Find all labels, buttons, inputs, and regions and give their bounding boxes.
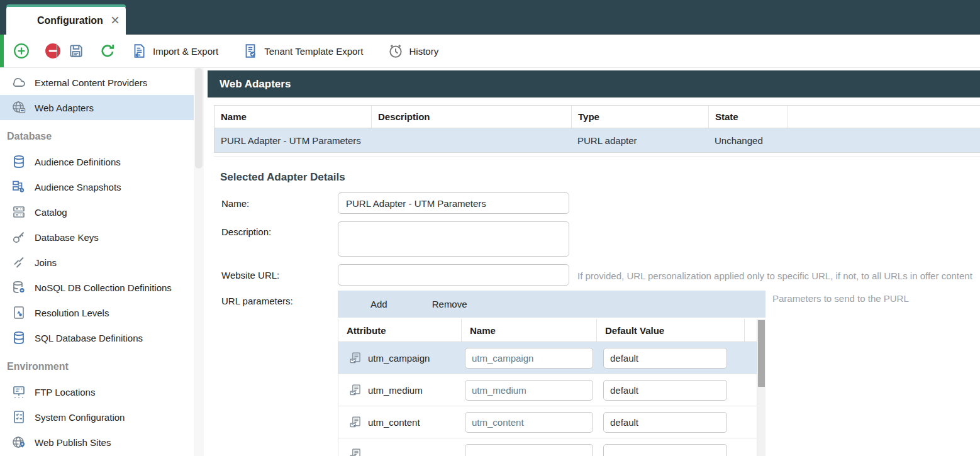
param-column-header-name: Name <box>461 319 596 342</box>
sidebar-item-label: Web Adapters <box>35 103 94 113</box>
audience-definitions-icon <box>11 154 26 169</box>
close-icon[interactable]: × <box>111 14 120 28</box>
param-name-input[interactable] <box>465 380 593 401</box>
resolution-levels-icon <box>11 305 26 320</box>
sidebar-item-audience-snapshots[interactable]: Audience Snapshots <box>0 174 194 199</box>
adapter-empty-cell <box>788 128 980 152</box>
sidebar-item-audience-definitions[interactable]: Audience Definitions <box>0 149 194 174</box>
sidebar-item-label: Audience Definitions <box>35 157 121 167</box>
parameters-table-header: AttributeNameDefault Value <box>338 319 766 342</box>
param-default-value-cell <box>596 444 744 456</box>
adapter-row[interactable]: PURL Adapter - UTM ParametersPURL adapte… <box>214 128 980 152</box>
tab-title: Configuration <box>37 15 103 26</box>
adapters-table: NameDescriptionTypeStatePURL Adapter - U… <box>214 105 980 153</box>
parameters-scrollbar-thumb[interactable] <box>758 320 765 387</box>
parameter-row[interactable]: utm_campaign <box>338 342 766 374</box>
attribute-icon <box>349 448 362 456</box>
column-header-type: Type <box>571 106 708 128</box>
sidebar-section-database: Database <box>0 124 194 149</box>
sidebar-item-resolution-levels[interactable]: Resolution Levels <box>0 300 194 325</box>
toolbar-button-label: Import & Export <box>153 46 218 57</box>
website-url-field[interactable] <box>338 264 569 286</box>
attribute-icon <box>349 384 362 396</box>
sidebar-item-catalog[interactable]: Catalog <box>0 199 194 225</box>
adapter-name-cell: PURL Adapter - UTM Parameters <box>214 128 371 152</box>
toolbar: Import & ExportTenant Template ExportHis… <box>0 35 980 68</box>
parameters-scrollbar[interactable] <box>757 319 766 456</box>
param-default-value-cell <box>596 412 744 433</box>
param-default-value-input[interactable] <box>603 380 727 401</box>
param-column-header-attribute: Attribute <box>338 319 461 342</box>
param-name-input[interactable] <box>465 444 593 456</box>
save-icon <box>68 43 84 59</box>
param-attribute-cell: utm_medium <box>338 384 461 396</box>
catalog-icon <box>11 204 26 220</box>
sidebar-item-sql-database-definitions[interactable]: SQL Database Definitions <box>0 325 194 350</box>
column-header-name: Name <box>214 106 371 128</box>
sidebar-item-label: Database Keys <box>35 232 99 243</box>
description-field[interactable] <box>338 221 569 257</box>
parameter-row[interactable]: utm_medium <box>338 374 766 406</box>
toolbar-group-edit <box>13 43 61 59</box>
adapter-state-cell: Unchanged <box>708 128 788 152</box>
tenant-template-export-icon <box>242 43 259 59</box>
parameter-row[interactable]: utm_content <box>338 406 766 438</box>
sidebar-item-label: System Configuration <box>35 412 125 423</box>
sidebar-item-nosql-db-collection-definitions[interactable]: NoSQL DB Collection Definitions <box>0 275 194 300</box>
sidebar-scrollbar-thumb[interactable] <box>195 68 203 169</box>
section-divider <box>214 156 980 157</box>
sidebar-item-ftp-locations[interactable]: FTP Locations <box>0 379 194 404</box>
column-header-state: State <box>708 106 788 128</box>
param-name-input[interactable] <box>465 348 593 369</box>
body: External Content ProvidersWeb AdaptersDa… <box>0 68 980 456</box>
sidebar-item-label: NoSQL DB Collection Definitions <box>35 282 172 293</box>
remove-parameter-label: Remove <box>432 299 467 309</box>
sidebar-item-web-adapters[interactable]: Web Adapters <box>0 95 194 120</box>
details-title: Selected Adapter Details <box>220 171 345 184</box>
parameter-row[interactable] <box>338 438 766 456</box>
description-label: Description: <box>221 226 271 237</box>
web-adapters-icon <box>11 100 26 115</box>
sidebar-item-system-configuration[interactable]: System Configuration <box>0 404 194 430</box>
column-header-empty <box>788 106 980 128</box>
app-window: Configuration × Import & ExportTenant Te… <box>0 0 980 456</box>
sidebar-item-database-keys[interactable]: Database Keys <box>0 225 194 250</box>
sidebar-item-label: External Content Providers <box>35 77 147 88</box>
remove-button[interactable] <box>45 43 61 59</box>
toolbar-separator <box>57 43 57 60</box>
website-url-label: Website URL: <box>221 270 279 281</box>
plus-circle-icon <box>351 298 365 311</box>
param-default-value-input[interactable] <box>603 348 727 369</box>
param-name-input[interactable] <box>465 412 593 433</box>
toolbar-group-actions: Import & ExportTenant Template ExportHis… <box>68 43 447 59</box>
name-label: Name: <box>221 198 249 209</box>
refresh-button[interactable] <box>99 43 116 59</box>
sidebar-item-web-publish-sites[interactable]: Web Publish Sites <box>0 430 194 455</box>
name-field[interactable] <box>338 192 569 214</box>
url-parameters-hint: Parameters to send to the PURL <box>772 293 909 304</box>
param-column-header-default-value: Default Value <box>596 319 744 342</box>
sql-database-icon <box>11 330 26 345</box>
sidebar-item-joins[interactable]: Joins <box>0 250 194 275</box>
param-default-value-input[interactable] <box>603 444 727 456</box>
param-name-cell <box>461 348 596 369</box>
tab-bar: Configuration × <box>0 0 980 35</box>
param-default-value-input[interactable] <box>603 412 727 433</box>
param-attribute-cell <box>338 448 461 456</box>
param-attribute-label: utm_content <box>368 417 420 428</box>
panel-title-text: Web Adapters <box>220 78 291 91</box>
save-button[interactable] <box>68 43 84 59</box>
sidebar-scrollbar[interactable] <box>194 68 204 456</box>
history-button[interactable]: History <box>387 43 448 59</box>
tab-configuration[interactable]: Configuration × <box>6 4 126 35</box>
add-parameter-button[interactable]: Add <box>351 298 387 311</box>
minus-circle-icon <box>45 43 61 59</box>
param-default-value-cell <box>596 380 744 401</box>
add-button[interactable] <box>13 43 30 59</box>
import-export-button[interactable]: Import & Export <box>131 43 227 59</box>
remove-parameter-button[interactable]: Remove <box>413 298 467 311</box>
sidebar-item-external-content-providers[interactable]: External Content Providers <box>0 70 194 95</box>
nosql-db-icon <box>11 280 26 295</box>
tenant-template-export-button[interactable]: Tenant Template Export <box>242 43 372 59</box>
sidebar-item-label: Catalog <box>35 207 67 218</box>
